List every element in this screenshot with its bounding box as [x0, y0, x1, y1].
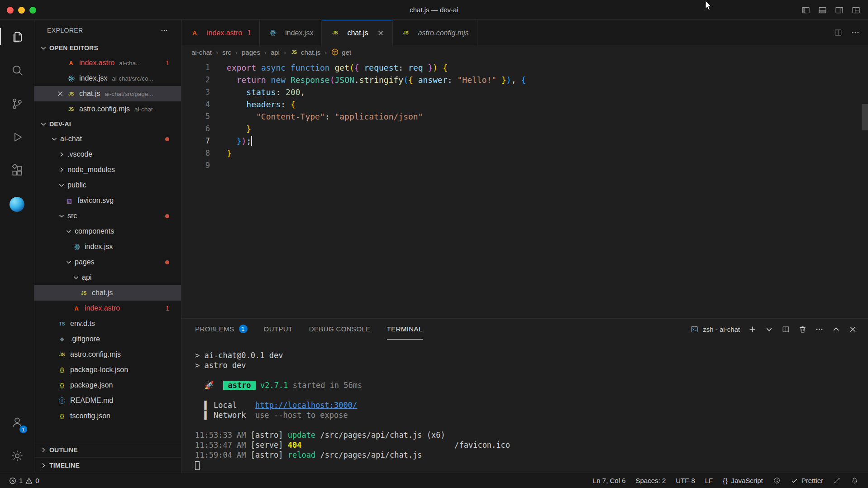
tree-item-chat.js[interactable]: JSchat.js — [34, 285, 181, 301]
split-editor-icon[interactable] — [782, 325, 790, 334]
tree-item-components[interactable]: components — [34, 224, 181, 239]
open-editor-chat.js[interactable]: JSchat.jsai-chat/src/page... — [34, 86, 181, 101]
activity-item-accounts[interactable]: 1 — [0, 406, 34, 439]
tree-item-tsconfig.json[interactable]: {}tsconfig.json — [34, 408, 181, 424]
toggle-secondary-sidebar-icon[interactable] — [835, 5, 844, 15]
activity-item-extensions[interactable] — [0, 154, 34, 187]
file-tree: ai-chat.vscodenode_modulespublic▧favicon… — [34, 131, 181, 424]
code-editor[interactable]: 1export async function get({ request: re… — [181, 59, 868, 318]
trash-icon[interactable] — [798, 325, 807, 334]
git-icon: ◆ — [57, 335, 67, 343]
panel-actions: zsh - ai-chat — [690, 325, 857, 334]
open-editor-astro.config.mjs[interactable]: JSastro.config.mjsai-chat — [34, 101, 181, 117]
outline-header[interactable]: OUTLINE — [34, 442, 181, 457]
status-item-pencil-icon[interactable] — [828, 473, 846, 488]
activity-item-explorer[interactable] — [0, 20, 34, 53]
window-controls — [7, 0, 36, 20]
panel-tab-terminal[interactable]: TERMINAL — [387, 319, 423, 340]
chevron-up-icon[interactable] — [832, 325, 840, 334]
breadcrumb-item-ai-chat[interactable]: ai-chat — [191, 48, 212, 56]
status-item-lf[interactable]: LF — [700, 473, 718, 488]
status-label: Prettier — [801, 477, 823, 484]
timeline-header[interactable]: TIMELINE — [34, 457, 181, 473]
open-editors-header[interactable]: OPEN EDITORS — [34, 41, 181, 55]
activity-item-edge[interactable] — [0, 187, 34, 221]
more-icon[interactable] — [815, 325, 824, 334]
chevron-right-icon — [39, 461, 48, 470]
code-line: 2 return new Response(JSON.stringify({ a… — [181, 74, 868, 86]
close-window-button[interactable] — [7, 7, 14, 14]
open-editor-index.astro[interactable]: Aindex.astroai-cha...1 — [34, 55, 181, 71]
tree-item-ai-chat[interactable]: ai-chat — [34, 131, 181, 147]
localhost-link[interactable]: http://localhost:3000/ — [255, 401, 357, 410]
activity-item-source-control[interactable] — [0, 87, 34, 120]
status-item-smiley-icon[interactable] — [768, 473, 786, 488]
editor-scrollbar[interactable] — [862, 104, 868, 130]
tab-chat.js[interactable]: JSchat.js — [322, 20, 392, 45]
breadcrumb-item-pages[interactable]: pages — [242, 48, 260, 56]
open-editor-index.jsx[interactable]: index.jsxai-chat/src/co... — [34, 71, 181, 86]
status-item-javascript[interactable]: {}JavaScript — [718, 473, 768, 488]
tab-astro.config.mjs[interactable]: JSastro.config.mjs — [393, 20, 477, 45]
tab-index.jsx[interactable]: index.jsx — [260, 20, 322, 45]
layout-customize-icon[interactable] — [851, 5, 861, 15]
panel-tab-problems[interactable]: PROBLEMS1 — [195, 319, 248, 340]
terminal-line: > astro dev — [195, 360, 868, 370]
tree-item-.gitignore[interactable]: ◆.gitignore — [34, 331, 181, 347]
status-item-prettier[interactable]: Prettier — [786, 473, 828, 488]
breadcrumb-item-get[interactable]: get — [331, 48, 351, 56]
minimize-window-button[interactable] — [18, 7, 25, 14]
panel-tab-output[interactable]: OUTPUT — [264, 319, 293, 340]
activity-item-search[interactable] — [0, 53, 34, 87]
toggle-panel-icon[interactable] — [818, 5, 827, 15]
line-number: 4 — [181, 98, 227, 110]
breadcrumb-item-api[interactable]: api — [271, 48, 280, 56]
tree-item-public[interactable]: public — [34, 177, 181, 193]
status-item-spaces-2[interactable]: Spaces: 2 — [631, 473, 671, 488]
breadcrumb-item-src[interactable]: src — [222, 48, 231, 56]
activity-item-settings-gear[interactable] — [0, 439, 34, 473]
file-path-description: ai-chat/src/co... — [112, 75, 153, 82]
tree-item-env.d.ts[interactable]: TSenv.d.ts — [34, 316, 181, 331]
tree-item-node_modules[interactable]: node_modules — [34, 162, 181, 177]
close-icon[interactable] — [377, 29, 384, 37]
zoom-window-button[interactable] — [29, 7, 36, 14]
close-icon[interactable] — [54, 90, 66, 97]
tree-item-pages[interactable]: pages — [34, 254, 181, 270]
tree-item-.vscode[interactable]: .vscode — [34, 147, 181, 162]
tree-item-package.json[interactable]: {}package.json — [34, 378, 181, 393]
panel-tab-debug-console[interactable]: DEBUG CONSOLE — [309, 319, 371, 340]
close-icon[interactable] — [849, 325, 857, 334]
terminal-output[interactable]: > ai-chat@0.0.1 dev> astro dev 🚀 astro v… — [181, 340, 868, 473]
split-editor-icon[interactable] — [834, 28, 843, 37]
json-icon: {} — [57, 366, 67, 374]
breadcrumb-item-chat.js[interactable]: JSchat.js — [290, 48, 320, 56]
chevron-down-icon[interactable] — [765, 325, 773, 334]
status-item-utf-8[interactable]: UTF-8 — [671, 473, 700, 488]
tab-label: index.astro — [207, 29, 242, 37]
tree-item-index.astro[interactable]: Aindex.astro1 — [34, 301, 181, 316]
activity-item-run-debug[interactable] — [0, 120, 34, 154]
react-icon — [66, 74, 76, 82]
status-item-ln-7-col-6[interactable]: Ln 7, Col 6 — [588, 473, 631, 488]
terminal-line: 🚀 astro v2.7.1 started in 56ms — [195, 380, 868, 390]
terminal-selector[interactable]: zsh - ai-chat — [690, 325, 740, 334]
tree-item-astro.config.mjs[interactable]: JSastro.config.mjs — [34, 347, 181, 362]
tab-index.astro[interactable]: Aindex.astro1 — [181, 20, 260, 45]
project-header[interactable]: DEV-AI — [34, 117, 181, 131]
more-icon[interactable] — [851, 28, 860, 37]
toggle-sidebar-icon[interactable] — [801, 5, 811, 15]
error-icon — [9, 477, 16, 484]
problems-status[interactable]: 1 0 — [5, 473, 44, 488]
tree-item-favicon.svg[interactable]: ▧favicon.svg — [34, 193, 181, 208]
more-icon[interactable] — [160, 26, 168, 34]
tree-item-src[interactable]: src — [34, 208, 181, 224]
file-label: env.d.ts — [70, 320, 95, 328]
tree-item-api[interactable]: api — [34, 270, 181, 285]
plus-icon[interactable] — [748, 325, 757, 334]
tree-item-README.md[interactable]: iREADME.md — [34, 393, 181, 408]
file-label: package.json — [70, 381, 113, 389]
tree-item-index.jsx[interactable]: index.jsx — [34, 239, 181, 254]
tree-item-package-lock.json[interactable]: {}package-lock.json — [34, 362, 181, 378]
status-item-bell-icon[interactable] — [846, 473, 863, 488]
